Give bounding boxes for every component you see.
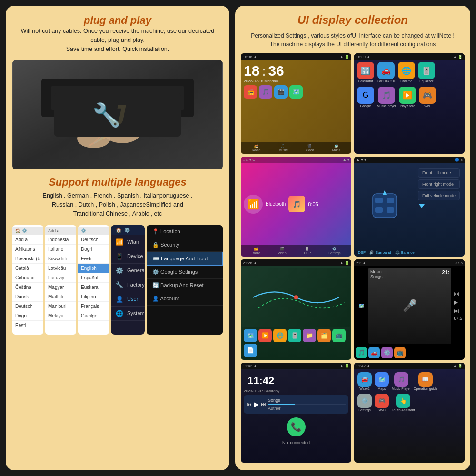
lang-item: Melayu bbox=[45, 311, 76, 321]
media-player-bar: ⏮ ▶ ⏭ Songs Author bbox=[244, 395, 348, 414]
lang-column-2: Add a Indonesia Italiano Kiswahili Latvi… bbox=[45, 225, 76, 335]
next-btn[interactable]: ⏭ bbox=[261, 401, 266, 407]
sub-language-input[interactable]: ⌨️ Lanquaqe And Input bbox=[147, 252, 223, 266]
music-icon: 🎵 bbox=[394, 372, 408, 387]
phone-icon[interactable]: 📞 bbox=[287, 417, 306, 436]
sub-security[interactable]: 🔒 Security bbox=[147, 238, 223, 252]
dsp-label: DSP bbox=[358, 250, 366, 255]
status-time-8: 11:42 ▲ bbox=[356, 364, 370, 368]
screenshot-bluetooth: □ □ ♦ ⊙ ▲ ♦ 📶 Bluetooth 🎵 8:05 📻Radio 🎬V… bbox=[241, 157, 351, 257]
settings-header: 🏠⚙️ bbox=[111, 225, 145, 235]
settings-user-label: User bbox=[127, 296, 138, 302]
bt-music-app: 🎵 bbox=[356, 347, 367, 358]
settings-device[interactable]: 📱 Device bbox=[111, 249, 145, 264]
music-player-app: 🎵 Music Player bbox=[377, 87, 396, 108]
car-installation-image: J bbox=[12, 60, 223, 169]
bottom-nav-1: 📻Radio 🎵Music 🎬Video 🗺️Maps bbox=[241, 142, 351, 154]
status-time-2: 18:39 ▲ bbox=[356, 55, 370, 59]
app-music: 🎵 bbox=[259, 85, 272, 99]
album-art: 🎵 bbox=[288, 196, 305, 212]
screenshot-classic-home: 11:42 ▲ ▲ 🔋 11:42 2023-01-07 Saturday ⏮ … bbox=[241, 363, 351, 463]
balance-label: ⚖️ Balance bbox=[395, 250, 415, 255]
sub-account[interactable]: 👤 Account bbox=[147, 292, 223, 306]
google-app: G Google bbox=[357, 87, 374, 108]
clock-hour: 18 bbox=[244, 63, 259, 79]
status-bt-4: 🔵 8 bbox=[455, 158, 463, 162]
google-icon: G bbox=[357, 87, 374, 104]
screenshot-dsp-car: ▲ ● ♦ 🔵 8 bbox=[354, 157, 465, 257]
car-info-app: 🚗 bbox=[368, 347, 380, 358]
sub-location[interactable]: 📍 Location bbox=[147, 225, 223, 238]
lang-item: Čeština bbox=[12, 283, 43, 292]
settings-wlan[interactable]: 📶 Wlan bbox=[111, 235, 145, 249]
status-icons-3: □ □ ♦ ⊙ bbox=[243, 158, 256, 162]
device-icon: 📱 bbox=[116, 253, 123, 260]
screenshot-maps-home: 11:42 ▲ ▲ 🔋 🚘 Waze2 🗺️ Maps 🎵 Music Pl bbox=[354, 363, 465, 463]
sub-google-settings[interactable]: ⚙️ Google Settings bbox=[147, 266, 223, 279]
play-btn[interactable]: ▶ bbox=[254, 400, 259, 408]
front-left-mode[interactable]: Front left mode bbox=[418, 168, 460, 178]
sub-backup-reset[interactable]: 🔄 Backup And Reset bbox=[147, 279, 223, 292]
prev-track[interactable]: ⏮ bbox=[454, 290, 462, 297]
bottom-nav-3: 📻Radio 🎬Video 🎚️DSP ⚙️Settings bbox=[241, 245, 351, 257]
svg-rect-10 bbox=[375, 198, 383, 203]
settings-factory[interactable]: 🔧 Factory bbox=[111, 278, 145, 292]
svg-rect-9 bbox=[373, 194, 397, 218]
lang-item-selected: English bbox=[78, 264, 109, 273]
navi-icon: 🗺️ bbox=[358, 303, 364, 308]
plug-and-play-section: plug and play Will not cut any cables. O… bbox=[12, 14, 223, 53]
status-bar-5: 21:26 ▲ ▲ 🔋 bbox=[241, 259, 351, 266]
chrome-app-sm: 🌐 bbox=[273, 329, 287, 342]
lang-item: Bosanski (b bbox=[12, 254, 43, 264]
lang-item: Français bbox=[78, 302, 109, 311]
mode-buttons: Front left mode Front right mode Full ve… bbox=[415, 165, 463, 247]
chrome-icon: 🌐 bbox=[398, 62, 415, 79]
settings-general-label: General bbox=[127, 268, 145, 273]
settings-general[interactable]: ⚙️ General bbox=[111, 264, 145, 278]
music-player-app2: 🎵 Music Player bbox=[392, 372, 411, 390]
lang-item: Deutsch bbox=[12, 302, 43, 311]
status-icons-5: ▲ 🔋 bbox=[340, 261, 349, 265]
status-bar-4: ▲ ● ♦ 🔵 8 bbox=[354, 157, 465, 163]
lang-item: Maithili bbox=[45, 292, 76, 302]
waze-icon: 🚘 bbox=[357, 372, 372, 387]
lang-header-3: ⚙️ bbox=[78, 227, 109, 235]
classic-clock: 11:42 bbox=[244, 372, 348, 387]
file-mgr-app: 📁 bbox=[303, 329, 316, 342]
full-vehicle-mode[interactable]: Full vehicle mode bbox=[418, 191, 460, 200]
next-track[interactable]: ⏭ bbox=[454, 307, 462, 314]
status-bar-8: 11:42 ▲ ▲ 🔋 bbox=[354, 363, 465, 369]
media-controls: 🗺️ bbox=[356, 268, 367, 344]
screenshot-navigation: 21:26 ▲ ▲ 🔋 🗺️ ▶️ 🌐 🎚️ bbox=[241, 259, 351, 360]
artist-time: 21: bbox=[442, 269, 450, 275]
not-connected: Not connected bbox=[244, 440, 348, 445]
map-svg bbox=[242, 268, 350, 327]
nav-radio-3: 📻Radio bbox=[252, 247, 260, 255]
left-panel: plug and play Will not cut any cables. O… bbox=[6, 6, 229, 470]
factory-icon: 🔧 bbox=[116, 281, 123, 288]
lang-item: Manipuri bbox=[45, 302, 76, 311]
play-store-app: ▶️ Play Store bbox=[399, 87, 416, 108]
svg-point-4 bbox=[77, 129, 110, 148]
settings-user[interactable]: 👤 User bbox=[111, 292, 145, 307]
prev-btn[interactable]: ⏮ bbox=[247, 401, 252, 407]
car-setting-app: ⚙️ bbox=[381, 347, 393, 358]
app-row-2: G Google 🎵 Music Player ▶️ Play Store 🎮 … bbox=[354, 85, 465, 109]
lang-item: Afrikaans bbox=[12, 245, 43, 254]
status-icons-4: ▲ ● ♦ bbox=[356, 158, 366, 162]
settings-icon: ⚙️ bbox=[357, 394, 372, 408]
status-icons-6: 87.5 bbox=[455, 261, 463, 265]
lang-item: Add a bbox=[12, 235, 43, 245]
progress-bar-bg bbox=[268, 404, 346, 405]
op-guide-app: 📖 Operation guide bbox=[414, 372, 437, 390]
app-icons-row: 🗺️ ▶️ 🌐 🎚️ 📁 🗂️ 📺 📄 bbox=[242, 327, 350, 358]
lang-item: Euskara bbox=[78, 283, 109, 292]
status-time-5: 21:26 ▲ bbox=[243, 261, 257, 265]
play-pause[interactable]: ▶ bbox=[454, 299, 462, 306]
lang-item: Filipino bbox=[78, 292, 109, 302]
waze-app: 🚘 Waze2 bbox=[357, 372, 372, 390]
settings-system[interactable]: 🌐 System bbox=[111, 307, 145, 321]
bluetooth-icon-large: 📶 bbox=[244, 195, 263, 214]
front-right-mode[interactable]: Front right mode bbox=[418, 179, 460, 189]
settings-app2: ⚙️ Settings bbox=[357, 394, 372, 412]
